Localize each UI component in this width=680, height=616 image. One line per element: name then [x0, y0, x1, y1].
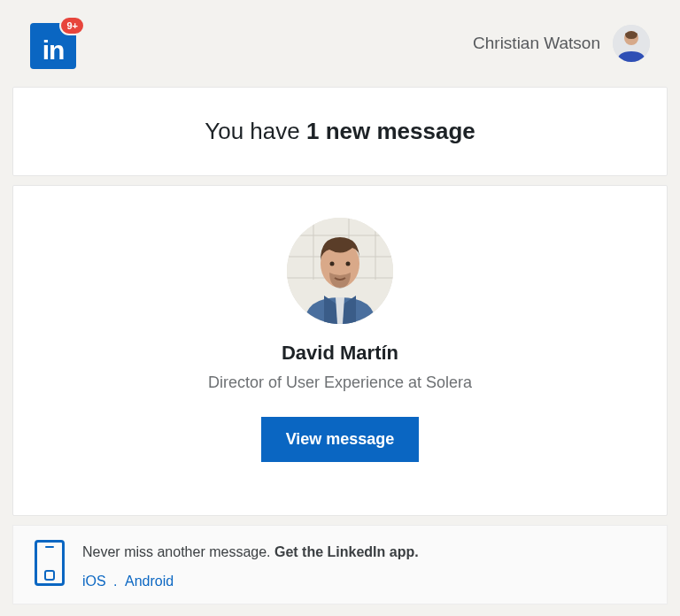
header: in 9+ Christian Watson [12, 12, 668, 87]
ios-link[interactable]: iOS [82, 574, 106, 589]
android-link[interactable]: Android [125, 574, 174, 589]
promo-links: iOS . Android [82, 569, 419, 593]
message-card: David Martín Director of User Experience… [12, 185, 668, 516]
view-message-button[interactable]: View message [261, 417, 420, 462]
headline-card: You have 1 new message [12, 87, 668, 176]
app-promo: Never miss another message. Get the Link… [12, 525, 668, 604]
current-user-avatar [613, 25, 650, 62]
logo-text: in [42, 37, 65, 64]
phone-icon [35, 540, 65, 586]
sender-title: Director of User Experience at Solera [31, 373, 649, 392]
promo-prefix: Never miss another message. [82, 544, 274, 559]
sender-avatar [287, 218, 393, 324]
svg-point-10 [330, 262, 335, 266]
notification-badge: 9+ [59, 16, 85, 35]
svg-point-11 [346, 262, 351, 266]
current-user[interactable]: Christian Watson [473, 25, 650, 62]
headline-text: You have 1 new message [31, 118, 649, 145]
logo-wrap[interactable]: in 9+ [30, 23, 76, 69]
headline-prefix: You have [205, 118, 306, 144]
sender-name: David Martín [31, 342, 649, 365]
promo-bold: Get the LinkedIn app. [274, 544, 419, 559]
current-user-name: Christian Watson [473, 34, 600, 53]
promo-text: Never miss another message. Get the Link… [82, 540, 419, 593]
headline-bold: 1 new message [306, 118, 475, 144]
link-separator: . [110, 574, 121, 589]
